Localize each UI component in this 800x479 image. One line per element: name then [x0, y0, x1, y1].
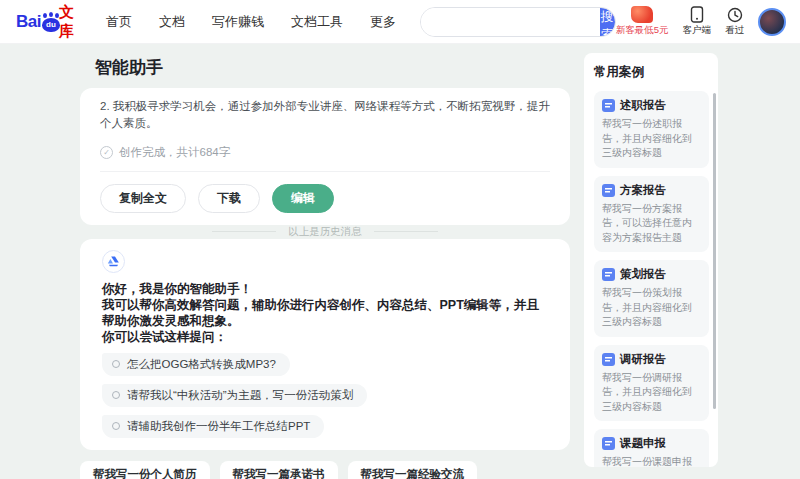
report-doc-icon: [602, 437, 615, 450]
chip-resume[interactable]: 帮我写一份个人简历: [80, 461, 210, 479]
card-divider: [100, 171, 550, 172]
suggested-prompt-3[interactable]: 请辅助我创作一份半年工作总结PPT: [102, 415, 324, 438]
nav-item-home[interactable]: 首页: [106, 13, 132, 31]
nav-item-tools[interactable]: 文档工具: [291, 13, 343, 31]
case-item-keti[interactable]: 课题申报 帮我写一份课题申报材料，课题自选: [594, 429, 709, 467]
logo-text-wenku: 文库: [59, 3, 80, 41]
nav-item-docs[interactable]: 文档: [159, 13, 185, 31]
viewed-entry[interactable]: 看过: [725, 7, 744, 37]
creation-status-row: ✓ 创作完成，共计684字: [100, 145, 550, 160]
promo-entry[interactable]: 新客最低5元: [616, 6, 669, 37]
bullet-circle-icon: [112, 360, 120, 368]
welcome-message-card: 你好，我是你的智能助手！ 我可以帮你高效解答问题，辅助你进行内容创作、内容总结、…: [80, 239, 570, 450]
chip-commitment[interactable]: 帮我写一篇承诺书: [220, 461, 338, 479]
report-doc-icon: [602, 353, 615, 366]
common-cases-panel: 常用案例 述职报告 帮我写一份述职报告，并且内容细化到三级内容标题 方案报告 帮…: [584, 53, 718, 467]
baidu-paw-icon: du: [42, 12, 56, 32]
chip-experience[interactable]: 帮我写一篇经验交流: [348, 461, 478, 479]
suggested-prompts: 怎么把OGG格式转换成MP3? 请帮我以“中秋活动”为主题，写一份活动策划 请辅…: [102, 353, 548, 438]
divider-line-right: [374, 231, 438, 232]
viewed-label: 看过: [725, 24, 744, 37]
promo-label: 新客最低5元: [616, 24, 669, 37]
check-circle-icon: ✓: [100, 146, 113, 159]
suggested-prompt-2[interactable]: 请帮我以“中秋活动”为主题，写一份活动策划: [102, 384, 367, 407]
client-entry[interactable]: 客户端: [683, 6, 712, 37]
top-header: Bai du 文库 首页 文档 写作赚钱 文档工具 更多 搜索文档 新客最低5元…: [0, 0, 800, 44]
assistant-logo-icon: [102, 250, 125, 273]
client-label: 客户端: [683, 24, 712, 37]
nav-item-earn[interactable]: 写作赚钱: [212, 13, 264, 31]
phone-icon: [690, 6, 704, 23]
clock-icon: [727, 7, 743, 23]
user-avatar[interactable]: [758, 8, 786, 36]
case-item-fangan[interactable]: 方案报告 帮我写一份方案报告，可以选择任意内容为方案报告主题: [594, 176, 709, 253]
logo-text-bai: Bai: [16, 12, 41, 32]
history-actions: 复制全文 下载 编辑: [100, 184, 550, 213]
sidebar-title: 常用案例: [594, 64, 709, 81]
bullet-circle-icon: [112, 391, 120, 399]
welcome-line-1: 你好，我是你的智能助手！: [102, 281, 548, 297]
report-doc-icon: [602, 268, 615, 281]
copy-fulltext-button[interactable]: 复制全文: [100, 184, 186, 213]
main-area: 智能助手 2. 我积极寻求学习机会，通过参加外部专业讲座、网络课程等方式，不断拓…: [0, 44, 800, 479]
report-doc-icon: [602, 99, 615, 112]
page-title: 智能助手: [95, 56, 570, 79]
case-item-cehua[interactable]: 策划报告 帮我写一份策划报告，并且内容细化到三级内容标题: [594, 260, 709, 337]
search-input[interactable]: [421, 8, 600, 36]
chat-column: 智能助手 2. 我积极寻求学习机会，通过参加外部专业讲座、网络课程等方式，不断拓…: [80, 50, 570, 467]
history-message-card: 2. 我积极寻求学习机会，通过参加外部专业讲座、网络课程等方式，不断拓宽视野，提…: [80, 88, 570, 225]
history-message-excerpt: 2. 我积极寻求学习机会，通过参加外部专业讲座、网络课程等方式，不断拓宽视野，提…: [100, 98, 550, 133]
creation-status-text: 创作完成，共计684字: [119, 145, 230, 160]
nav-item-more[interactable]: 更多: [370, 13, 396, 31]
history-divider: 以上是历史消息: [80, 225, 570, 239]
history-divider-text: 以上是历史消息: [288, 225, 362, 239]
bullet-circle-icon: [112, 422, 120, 430]
download-button[interactable]: 下载: [198, 184, 260, 213]
divider-line-left: [212, 231, 276, 232]
promo-gift-icon: [631, 6, 653, 23]
sidebar-scrollbar[interactable]: [713, 93, 716, 409]
main-nav: 首页 文档 写作赚钱 文档工具 更多: [106, 13, 396, 31]
case-item-diaoyan[interactable]: 调研报告 帮我写一份调研报告，并且内容细化到三级内容标题: [594, 345, 709, 422]
header-right-cluster: 新客最低5元 客户端 看过: [616, 6, 786, 37]
case-item-shuzhi[interactable]: 述职报告 帮我写一份述职报告，并且内容细化到三级内容标题: [594, 91, 709, 168]
edit-button[interactable]: 编辑: [272, 184, 334, 213]
welcome-line-2: 我可以帮你高效解答问题，辅助你进行内容创作、内容总结、PPT编辑等，并且帮助你激…: [102, 297, 548, 329]
search-box: 搜索文档: [420, 7, 616, 37]
quick-chips: 帮我写一份个人简历 帮我写一篇承诺书 帮我写一篇经验交流: [80, 461, 570, 479]
search-button[interactable]: 搜索文档: [600, 8, 615, 36]
report-doc-icon: [602, 184, 615, 197]
welcome-line-3: 你可以尝试这样提问：: [102, 329, 548, 345]
suggested-prompt-1[interactable]: 怎么把OGG格式转换成MP3?: [102, 353, 290, 376]
baidu-wenku-logo[interactable]: Bai du 文库: [16, 3, 80, 41]
